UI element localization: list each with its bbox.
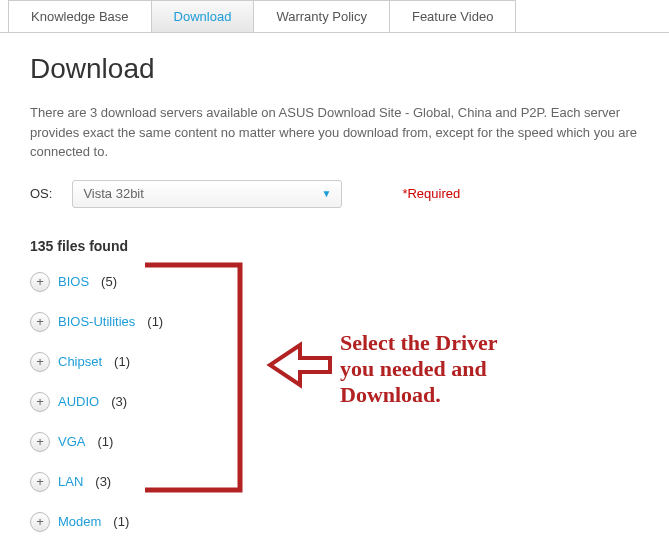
- category-count: (3): [111, 394, 127, 409]
- expand-icon[interactable]: +: [30, 432, 50, 452]
- category-link[interactable]: Chipset: [58, 354, 102, 369]
- expand-icon[interactable]: +: [30, 392, 50, 412]
- category-link[interactable]: Modem: [58, 514, 101, 529]
- category-list: + BIOS (5) + BIOS-Utilities (1) + Chipse…: [30, 272, 639, 532]
- category-row: + BIOS (5): [30, 272, 639, 292]
- category-row: + Modem (1): [30, 512, 639, 532]
- tab-download[interactable]: Download: [151, 0, 255, 32]
- tab-knowledge-base[interactable]: Knowledge Base: [8, 0, 152, 32]
- page-description: There are 3 download servers available o…: [30, 103, 639, 162]
- expand-icon[interactable]: +: [30, 512, 50, 532]
- required-label: *Required: [402, 186, 460, 201]
- category-link[interactable]: AUDIO: [58, 394, 99, 409]
- tab-feature-video[interactable]: Feature Video: [389, 0, 516, 32]
- tab-warranty-policy[interactable]: Warranty Policy: [253, 0, 390, 32]
- category-link[interactable]: VGA: [58, 434, 85, 449]
- category-count: (1): [147, 314, 163, 329]
- category-link[interactable]: BIOS: [58, 274, 89, 289]
- category-count: (5): [101, 274, 117, 289]
- expand-icon[interactable]: +: [30, 352, 50, 372]
- category-row: + VGA (1): [30, 432, 639, 452]
- os-select[interactable]: Vista 32bit ▼: [72, 180, 342, 208]
- category-count: (1): [113, 514, 129, 529]
- content-area: Download There are 3 download servers av…: [0, 53, 669, 545]
- page-title: Download: [30, 53, 639, 85]
- chevron-down-icon: ▼: [322, 188, 332, 199]
- category-count: (3): [95, 474, 111, 489]
- category-row: + Chipset (1): [30, 352, 639, 372]
- expand-icon[interactable]: +: [30, 312, 50, 332]
- category-count: (1): [97, 434, 113, 449]
- os-label: OS:: [30, 186, 52, 201]
- category-row: + AUDIO (3): [30, 392, 639, 412]
- category-row: + LAN (3): [30, 472, 639, 492]
- os-selector-row: OS: Vista 32bit ▼ *Required: [30, 180, 639, 208]
- category-link[interactable]: LAN: [58, 474, 83, 489]
- files-found-count: 135 files found: [30, 238, 639, 254]
- category-link[interactable]: BIOS-Utilities: [58, 314, 135, 329]
- expand-icon[interactable]: +: [30, 272, 50, 292]
- expand-icon[interactable]: +: [30, 472, 50, 492]
- tab-bar: Knowledge Base Download Warranty Policy …: [0, 0, 669, 33]
- category-count: (1): [114, 354, 130, 369]
- os-select-value: Vista 32bit: [83, 186, 143, 201]
- category-row: + BIOS-Utilities (1): [30, 312, 639, 332]
